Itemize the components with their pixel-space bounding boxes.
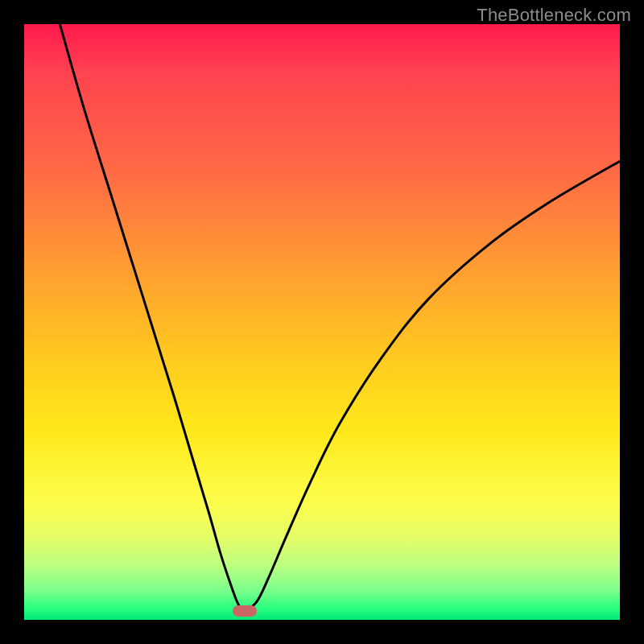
chart-frame: TheBottleneck.com: [0, 0, 644, 644]
curve-left-branch: [60, 24, 244, 611]
plot-area: [24, 24, 620, 620]
bottleneck-marker: [233, 605, 257, 617]
watermark-text: TheBottleneck.com: [477, 5, 631, 26]
curve-right-branch: [245, 161, 620, 611]
curve-svg: [24, 24, 620, 620]
